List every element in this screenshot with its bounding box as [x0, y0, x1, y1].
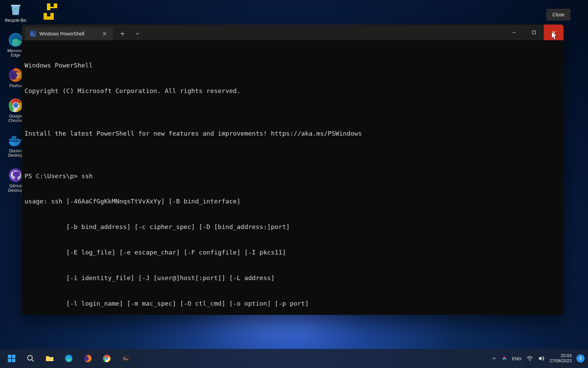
close-tooltip: Close — [546, 9, 570, 20]
terminal-window: >_ Windows PowerShell ─ Windows — [22, 25, 564, 315]
svg-marker-1 — [44, 13, 54, 20]
new-tab-button[interactable] — [115, 27, 130, 40]
desktop-icon-recycle-bin[interactable]: Recycle Bin — [3, 1, 29, 23]
svg-marker-0 — [47, 3, 57, 10]
svg-rect-17 — [8, 359, 11, 362]
svg-rect-16 — [12, 355, 15, 358]
tray-overflow-button[interactable] — [492, 356, 496, 361]
svg-rect-11 — [14, 136, 16, 138]
tray-language[interactable]: ENG — [512, 356, 522, 361]
svg-rect-8 — [12, 139, 14, 141]
github-icon — [7, 167, 24, 183]
volume-icon[interactable] — [538, 355, 545, 362]
desktop-icon-label: Recycle Bin — [5, 18, 26, 23]
system-tray: ENG 20:03 27/08/2023 8 — [492, 353, 585, 364]
powershell-icon: >_ — [30, 31, 36, 37]
tab-close-button[interactable] — [101, 30, 108, 37]
chrome-icon — [7, 97, 24, 113]
terminal-line: usage: ssh [-46AaCfGgKkMNnqsTtVvXxYy] [-… — [24, 197, 561, 206]
tab-strip-controls — [115, 25, 145, 40]
terminal-taskbar-button[interactable] — [118, 351, 134, 366]
terminal-body[interactable]: Windows PowerShell Copyright (C) Microso… — [22, 40, 564, 315]
file-explorer-button[interactable] — [42, 351, 58, 366]
docker-icon — [7, 132, 24, 148]
search-button[interactable] — [22, 351, 39, 366]
wifi-icon[interactable] — [526, 355, 533, 362]
terminal-line: [-l login_name] [-m mac_spec] [-O ctl_cm… — [24, 300, 561, 308]
maximize-button[interactable] — [524, 25, 544, 40]
firefox-taskbar-button[interactable] — [80, 351, 96, 366]
taskbar-pinned-apps — [3, 351, 134, 366]
chrome-taskbar-button[interactable] — [99, 351, 115, 366]
window-titlebar[interactable]: >_ Windows PowerShell ─ — [22, 25, 564, 40]
desktop-icon-label: Firefox — [10, 84, 22, 88]
svg-rect-12 — [17, 139, 19, 141]
mouse-cursor-icon — [551, 31, 558, 42]
vmware-icon — [41, 2, 60, 21]
terminal-line: Copyright (C) Microsoft Corporation. All… — [24, 87, 561, 95]
tray-date: 27/08/2023 — [550, 358, 572, 364]
svg-point-26 — [529, 360, 530, 361]
svg-rect-18 — [12, 359, 15, 362]
terminal-line: PS C:\Users\p> ssh — [24, 172, 561, 181]
tray-clock[interactable]: 20:03 27/08/2023 — [550, 353, 572, 364]
terminal-line: [-b bind_address] [-c cipher_spec] [-D [… — [24, 223, 561, 231]
terminal-line: [-i identity_file] [-J [user@]host[:port… — [24, 274, 561, 282]
terminal-line: Install the latest PowerShell for new fe… — [24, 129, 561, 138]
notification-badge[interactable]: 8 — [576, 354, 585, 363]
svg-rect-25 — [122, 355, 130, 362]
terminal-line: [-E log_file] [-e escape_char] [-F confi… — [24, 248, 561, 257]
svg-rect-9 — [14, 139, 16, 141]
recycle-bin-icon — [7, 1, 24, 18]
minimize-button[interactable]: ─ — [504, 25, 524, 40]
svg-point-19 — [28, 355, 32, 360]
tab-powershell[interactable]: >_ Windows PowerShell — [25, 27, 113, 40]
svg-line-20 — [32, 359, 34, 362]
terminal-line: Windows PowerShell — [24, 61, 561, 70]
taskbar: ENG 20:03 27/08/2023 8 — [0, 349, 588, 368]
edge-taskbar-button[interactable] — [61, 351, 77, 366]
tab-dropdown-button[interactable] — [130, 27, 145, 40]
firefox-icon — [7, 67, 24, 83]
svg-rect-14 — [533, 31, 536, 34]
svg-rect-10 — [12, 136, 14, 138]
svg-rect-15 — [8, 355, 11, 358]
svg-point-24 — [105, 357, 108, 360]
copilot-tray-icon[interactable] — [501, 355, 507, 362]
svg-rect-7 — [10, 139, 12, 141]
tray-time: 20:03 — [550, 353, 572, 358]
tab-title: Windows PowerShell — [39, 31, 97, 36]
start-button[interactable] — [3, 351, 20, 366]
edge-icon — [7, 32, 24, 48]
